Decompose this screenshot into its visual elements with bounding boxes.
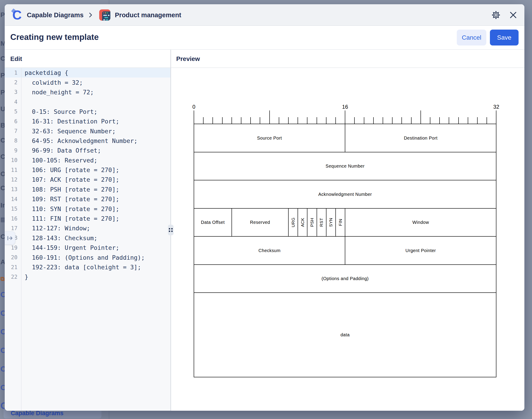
save-button[interactable]: Save	[490, 30, 519, 45]
background-sidebar-fragment: AP	[0, 259, 5, 265]
code-line[interactable]: 2 colwidth = 32;	[5, 78, 170, 87]
background-logo-icon: C	[0, 309, 5, 317]
code-editor[interactable]: 1packetdiag {2 colwidth = 32;3 node_heig…	[5, 68, 170, 411]
code-line-number: 22	[5, 274, 17, 280]
code-line-number: 1	[5, 70, 17, 76]
code-line-number: 11	[5, 167, 17, 173]
code-line[interactable]: 10 100-105: Reserved;	[5, 156, 170, 165]
drag-dots-icon	[169, 228, 173, 232]
background-panel-divider	[109, 0, 109, 4]
diagram-cell-label: URG	[291, 217, 296, 227]
diagram-cell-label: data	[341, 332, 350, 337]
diagram-cell-label: Window	[412, 220, 429, 225]
code-line[interactable]: 6 16-31: Destination Port;	[5, 117, 170, 126]
chevron-right-icon	[87, 12, 94, 18]
background-logo-icon: C	[0, 346, 5, 354]
code-line[interactable]: 1packetdiag {	[5, 68, 170, 78]
code-line[interactable]: 17 112-127: Window;	[5, 223, 170, 233]
background-sidebar-fragment: Ca	[0, 137, 5, 144]
code-line[interactable]: 15 110: SYN [rotate = 270];	[5, 204, 170, 213]
pane-header-row: Edit Preview	[5, 50, 524, 68]
background-sidebar-fragment: Cl	[0, 185, 5, 191]
background-logo-icon: C	[0, 384, 5, 391]
code-line-number: 16	[5, 216, 17, 222]
gutter-separator	[21, 68, 22, 411]
settings-button[interactable]	[492, 11, 500, 19]
code-line[interactable]: 5 0-15: Source Port;	[5, 107, 170, 117]
code-line-number: 19	[5, 245, 17, 251]
diagram-cell-label: SYN	[329, 218, 333, 227]
code-line-text: 144-159: Urgent Pointer;	[25, 244, 119, 251]
diagram-cell-label: FIN	[338, 219, 343, 226]
code-line-number: 21	[5, 264, 17, 270]
close-button[interactable]	[509, 11, 518, 19]
code-line[interactable]: 22}	[5, 272, 170, 282]
code-line-number: 10	[5, 157, 17, 163]
background-panel-divider	[109, 411, 109, 419]
code-line-text: 106: URG [rotate = 270];	[25, 167, 119, 173]
code-line[interactable]: 7 32-63: Sequence Number;	[5, 126, 170, 136]
code-line[interactable]: 13 108: PSH [rotate = 270];	[5, 185, 170, 194]
breadcrumb-page[interactable]: Product management	[115, 4, 181, 26]
cancel-button[interactable]: Cancel	[457, 30, 486, 45]
code-line-text: packetdiag {	[25, 69, 68, 76]
diagram-cell-label: Destination Port	[404, 136, 438, 141]
code-line-text: 110: SYN [rotate = 270];	[25, 206, 119, 212]
diagram-cell-label: Source Port	[257, 136, 282, 141]
code-line-number: 9	[5, 147, 17, 154]
code-line[interactable]: 18 128-143: Checksum;	[5, 233, 170, 243]
background-logo-icon: C	[0, 365, 5, 373]
code-line-number: 4	[5, 99, 17, 105]
preview-pane-header: Preview	[176, 50, 200, 68]
code-line-text: 64-95: Acknowledgment Number;	[25, 137, 138, 144]
background-sidebar-fragment: Pr	[0, 72, 5, 79]
code-line-number: 14	[5, 196, 17, 202]
code-line[interactable]: 9 96-99: Data Offset;	[5, 146, 170, 155]
pane-resize-handle[interactable]	[168, 225, 174, 235]
code-line-number: 2	[5, 79, 17, 86]
code-line[interactable]: 8 64-95: Acknowledgment Number;	[5, 136, 170, 146]
code-line[interactable]: 4	[5, 97, 170, 107]
ruler-label: 32	[493, 104, 499, 110]
background-sidebar-fragment: Ca	[0, 153, 5, 160]
code-line-text: 112-127: Window;	[25, 225, 90, 232]
code-line-text: }	[25, 273, 28, 280]
diagram-cell-label: ACK	[300, 218, 305, 227]
collapse-editor-button[interactable]	[5, 232, 15, 244]
code-line-number: 12	[5, 177, 17, 183]
code-line-number: 8	[5, 138, 17, 144]
diagram-cell-label: Reserved	[250, 220, 270, 225]
packet-diagram: 01632Source PortDestination PortSequence…	[171, 68, 524, 410]
code-line[interactable]: 11 106: URG [rotate = 270];	[5, 165, 170, 175]
code-line[interactable]: 20 160-191: (Options and Padding);	[5, 252, 170, 262]
close-icon	[509, 11, 518, 19]
background-sidebar-item-label: Capable Diagrams	[11, 410, 63, 417]
background-sidebar-fragment: Cr	[0, 233, 5, 240]
app-icon-page	[102, 12, 110, 21]
code-line[interactable]: 12 107: ACK [rotate = 270];	[5, 175, 170, 184]
code-line-text: 100-105: Reserved;	[25, 157, 97, 164]
code-line-text: 192-223: data [colheight = 3];	[25, 264, 141, 271]
breadcrumb-product[interactable]: Capable Diagrams	[27, 4, 84, 26]
diagram-preview: 01632Source PortDestination PortSequence…	[171, 68, 524, 411]
modal-titlebar: Creating new template Cancel Save	[5, 26, 524, 50]
background-logo-icon: C	[0, 291, 5, 298]
background-sidebar-fragment: ⧉	[0, 276, 5, 282]
code-line-text: 160-191: (Options and Padding);	[25, 254, 145, 261]
background-logo-icon: C	[0, 328, 5, 335]
modal-topbar: C Capable Diagrams Product management	[5, 4, 524, 26]
code-line-number: 6	[5, 118, 17, 125]
code-line-number: 7	[5, 128, 17, 134]
code-line-text: 32-63: Sequence Number;	[25, 128, 115, 135]
code-line[interactable]: 19 144-159: Urgent Pointer;	[5, 243, 170, 252]
code-line-number: 20	[5, 254, 17, 261]
background-sidebar-fragment: Pr	[0, 89, 5, 96]
diagram-cell-label: Sequence Number	[326, 164, 365, 169]
capable-diagrams-logo-icon: C	[11, 6, 23, 24]
code-line[interactable]: 3 node_height = 72;	[5, 87, 170, 97]
code-line[interactable]: 16 111: FIN [rotate = 270];	[5, 214, 170, 223]
code-line[interactable]: 21 192-223: data [colheight = 3];	[5, 262, 170, 272]
code-line[interactable]: 14 109: RST [rotate = 270];	[5, 194, 170, 204]
collapse-arrow-icon	[6, 235, 13, 242]
diagram-cell-label: RST	[319, 218, 324, 227]
